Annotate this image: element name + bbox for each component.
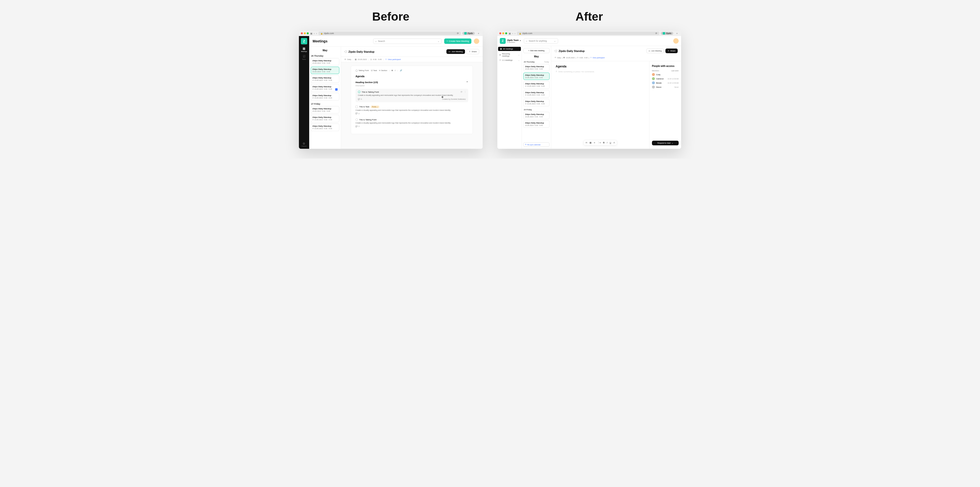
meeting-card[interactable]: Zidpo Daily Standup 23.05.2023 9:30 - 9:…: [523, 64, 549, 71]
meeting-card[interactable]: Zidpo Daily Standup 23.05.2023 9:30 - 9:…: [311, 106, 339, 113]
meeting-card-meta: 23.05.2023 9:30 - 9:45: [312, 62, 337, 64]
team-selector[interactable]: Z Zipdo Team ⌄ 5 members: [500, 38, 521, 44]
share-button[interactable]: ⇪ Share: [665, 49, 678, 53]
join-meeting-button[interactable]: ▭ Join Meeting: [446, 49, 465, 54]
heading-icon[interactable]: H: [585, 142, 587, 144]
site-badge[interactable]: Zipdo: [661, 32, 673, 35]
person-row[interactable]: Cody: [652, 73, 679, 76]
site-badge[interactable]: Zipdo: [462, 32, 475, 35]
meeting-card[interactable]: Zidpo Daily Standup 23.05.2023 9:30 - 9:…: [523, 73, 549, 80]
image-icon[interactable]: ▦: [589, 142, 592, 144]
more-icon[interactable]: ⋮: [464, 91, 466, 93]
link-icon[interactable]: 🔗: [400, 69, 402, 72]
category-all[interactable]: ▦ All meetings: [498, 47, 521, 51]
view-participant-link[interactable]: View participant: [388, 58, 401, 60]
category-one-on-one[interactable]: ⚇ 1:1 meetings ⌄: [497, 58, 522, 62]
maximize-dot[interactable]: [307, 32, 309, 34]
search-input[interactable]: ⌕ Search ⌄: [373, 38, 442, 44]
avatar[interactable]: [673, 38, 679, 44]
task-checkbox[interactable]: [355, 106, 358, 108]
section-header[interactable]: Heading Section (1/3) ⌃: [355, 80, 468, 84]
forward-icon[interactable]: ›: [514, 32, 515, 35]
repeat-icon[interactable]: ⟳: [461, 91, 463, 93]
rail-meetings[interactable]: ▦ Meetings: [301, 47, 307, 52]
editor-placeholder[interactable]: ⠿ Write something or press / for command…: [556, 71, 645, 73]
sidebar-toggle-icon[interactable]: ▣: [310, 32, 312, 35]
refresh-icon[interactable]: ⟳: [655, 32, 657, 35]
task-status-tag[interactable]: To do ⌄: [371, 106, 380, 108]
italic-icon[interactable]: I: [607, 142, 608, 144]
close-dot[interactable]: [499, 32, 501, 34]
request-to-read-button[interactable]: Request to read ⌄: [652, 141, 679, 145]
talking-point[interactable]: ⟳⋮ ✓This is Talking Point Create a visua…: [355, 89, 468, 102]
person-row[interactable]: Cameron 16.04 12:38 AM: [652, 77, 679, 80]
search-input[interactable]: ⌕ Search for anything ⌄: [524, 38, 558, 44]
chevron-up-icon[interactable]: ⌃: [466, 81, 468, 84]
list-icon[interactable]: ≡: [594, 142, 595, 144]
refresh-icon[interactable]: ⟳: [457, 32, 459, 35]
person-row[interactable]: Devon Never: [652, 86, 679, 89]
meeting-card[interactable]: Zidpo Daily Standup ⟳23.05.2023 9:30 - 9…: [311, 84, 339, 92]
comment-count[interactable]: 💬 3: [355, 113, 360, 115]
toolbar-talking-point[interactable]: ◯Talking Point: [355, 69, 369, 72]
rail-support[interactable]: ⚙ Support: [301, 142, 307, 147]
bold-icon[interactable]: B: [603, 142, 605, 144]
minimize-dot[interactable]: [304, 32, 306, 34]
meeting-card[interactable]: Zidpo Daily Standup 23.05.2023 9:30 - 9:…: [523, 112, 549, 119]
meeting-card[interactable]: Zidpo Daily Standup ⟳23.05.2023 9:30 - 9…: [523, 99, 549, 107]
comment-count[interactable]: 💬 3: [355, 126, 360, 127]
meeting-card-meta: ⟳23.05.2023 9:30 - 9:45: [525, 94, 548, 96]
close-dot[interactable]: [301, 32, 303, 34]
window-controls[interactable]: [301, 32, 309, 34]
url-bar[interactable]: 🔒 zipdo.com ⟳: [517, 32, 659, 35]
share-button[interactable]: ⇪ Share: [466, 49, 479, 54]
underline-icon[interactable]: U: [609, 142, 611, 144]
view-participant-link[interactable]: View participant: [593, 57, 605, 59]
chrome-nav: ▣ ‹ ›: [310, 32, 317, 35]
meeting-card[interactable]: Zidpo Daily Standup ⟳23.05.2023 9:30 - 9…: [523, 81, 549, 89]
new-tab-icon[interactable]: +: [476, 32, 481, 35]
meeting-card[interactable]: Zidpo Daily Standup 23.05.2023 9:30 - 9:…: [311, 58, 339, 65]
bold-icon[interactable]: B: [391, 69, 393, 72]
comment-count[interactable]: 💬 3: [358, 98, 362, 100]
meeting-card[interactable]: Zidpo Daily Standup ⟳23.05.2023 9:30 - 9…: [311, 115, 339, 122]
task-item[interactable]: This is Task To do ⌄ Create a visually a…: [355, 105, 468, 116]
meeting-card[interactable]: Zidpo Daily Standup 23.05.2023 9:30 - 9:…: [311, 67, 339, 74]
editor[interactable]: Agenda ⠿ Write something or press / for …: [551, 61, 649, 149]
add-meeting-button[interactable]: + Add new meeting: [523, 48, 549, 53]
meeting-card[interactable]: Zidpo Daily Standup ⟳23.05.2023 9:30 - 9…: [523, 90, 549, 97]
back-icon[interactable]: ‹: [512, 32, 513, 35]
maximize-dot[interactable]: [505, 32, 507, 34]
page-title: Meetings: [313, 39, 328, 43]
resync-calendar-button[interactable]: ⟳ Re-sync calendar: [523, 142, 549, 147]
person-row[interactable]: Bessie 16.04 12:38 AM: [652, 81, 679, 84]
sidebar-toggle-icon[interactable]: ▣: [509, 32, 511, 35]
check-icon[interactable]: ✓: [358, 91, 360, 93]
new-tab-icon[interactable]: +: [675, 32, 679, 35]
italic-icon[interactable]: I: [395, 69, 395, 72]
meeting-card[interactable]: Zidpo Daily Standup 23.05.2023 9:30 - 9:…: [523, 120, 549, 128]
forward-icon[interactable]: ›: [316, 32, 317, 35]
app-logo[interactable]: Z: [301, 38, 307, 45]
talking-point[interactable]: ✓This is Talking Point Create a visually…: [355, 118, 468, 129]
join-meeting-button[interactable]: ▭ Join Meeting: [646, 49, 664, 53]
toolbar-section[interactable]: HSection: [379, 69, 387, 72]
category-recurring[interactable]: ⟳ Recurring meetings ⌄: [497, 52, 522, 58]
back-icon[interactable]: ‹: [314, 32, 315, 35]
url-bar[interactable]: 🔒 zipdo.com ⟳: [318, 32, 461, 35]
numbered-list-icon[interactable]: ⋮≡: [597, 142, 601, 144]
content-meta: ⟳ Daily | ▦ 23.05.2023 | ◷ 9:30 - 9:45 |…: [551, 56, 681, 61]
rail-tasks[interactable]: ☑ Tasks: [302, 55, 306, 60]
avatar[interactable]: [474, 38, 479, 44]
create-meeting-button[interactable]: + Create New Meeting: [444, 38, 471, 44]
minimize-dot[interactable]: [502, 32, 504, 34]
meeting-card[interactable]: Zidpo Daily Standup ⟳23.05.2023 9:30 - 9…: [311, 124, 339, 131]
search-icon: ⌕: [375, 40, 377, 42]
text-color-icon[interactable]: A: [614, 142, 615, 144]
check-icon[interactable]: ✓: [355, 118, 358, 121]
window-controls[interactable]: [499, 32, 507, 34]
meeting-card[interactable]: Zidpo Daily Standup ⟳23.05.2023 9:30 - 9…: [311, 75, 339, 83]
toolbar-task[interactable]: ☑Task: [371, 69, 377, 72]
app-header: Z Zipdo Team ⌄ 5 members ⌕ Search for an…: [497, 36, 681, 46]
meeting-card[interactable]: Zidpo Daily Standup ⟳23.05.2023 9:30 - 9…: [311, 93, 339, 100]
